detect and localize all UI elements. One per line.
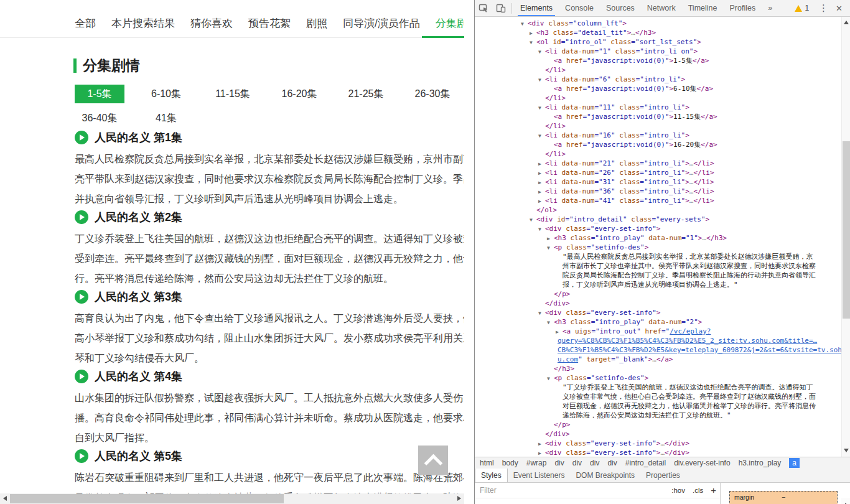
dom-tree-row[interactable]: 州市副市长丁义珍也牵扯其中。侯亮平带队来到赵德汉家搜查，同时他要求汉东检察 <box>475 261 841 271</box>
breadcrumb-item-div.every-set-info[interactable]: div.every-set-info <box>674 459 730 467</box>
range-tab-21-25集[interactable]: 21-25集 <box>341 85 391 103</box>
scroll-up-arrow-icon[interactable] <box>844 21 849 24</box>
margin-top-value[interactable]: − <box>730 493 837 501</box>
expand-arrow-icon[interactable]: ▶ <box>538 439 545 449</box>
range-tab-16-20集[interactable]: 16-20集 <box>274 85 324 103</box>
dom-link-value[interactable]: query=%C8%CB%C3%F1%B5%C4%C3%FB%D2%E5_2_s… <box>558 337 817 345</box>
horizontal-scroll-thumb[interactable] <box>10 494 284 503</box>
devtools-tab-network[interactable]: Network <box>641 1 682 16</box>
device-toolbar-icon[interactable] <box>496 3 506 13</box>
dom-tree-row[interactable]: </ol> <box>475 205 841 215</box>
toggle-hover-state-button[interactable]: :hov <box>671 487 685 494</box>
expand-arrow-icon[interactable]: ▼ <box>547 318 554 327</box>
play-icon[interactable] <box>75 370 88 383</box>
expand-arrow-icon[interactable]: ▶ <box>538 187 545 197</box>
dom-tree-row[interactable]: ▶<li data-num="36" class="intro_li">…</l… <box>475 187 841 196</box>
dom-tree-row[interactable]: u.com" target="_blank">…</a> <box>475 355 841 364</box>
breadcrumb-item-#wrap[interactable]: #wrap <box>526 459 547 467</box>
sidebar-scrollbar[interactable] <box>841 498 850 504</box>
dom-tree-row[interactable]: ▼<div class="every-set-info"> <box>475 224 841 233</box>
nav-tab-全部[interactable]: 全部 <box>75 16 96 30</box>
range-tab-11-15集[interactable]: 11-15集 <box>208 85 258 103</box>
dom-tree-row[interactable]: ▼<div id="intro_detail" class="every-set… <box>475 215 841 224</box>
devtools-tab-»[interactable]: » <box>762 1 778 16</box>
expand-arrow-icon[interactable]: ▶ <box>538 197 545 206</box>
range-tab-6-10集[interactable]: 6-10集 <box>141 85 191 103</box>
expand-arrow-icon[interactable]: ▼ <box>538 225 545 234</box>
scroll-right-arrow-icon[interactable] <box>457 496 461 501</box>
dom-tree-row[interactable]: ▼<ol id="intro_ol" class="sort_lst_sets"… <box>475 37 841 47</box>
devtools-menu-icon[interactable]: ⋮ <box>814 2 833 14</box>
dom-tree-row[interactable]: ▶<li data-num="41" class="intro_li">…</l… <box>475 196 841 205</box>
breadcrumb-item-body[interactable]: body <box>502 459 518 467</box>
dom-tree-scrollbar[interactable] <box>841 17 850 457</box>
breadcrumb-item-a[interactable]: a <box>789 458 800 468</box>
expand-arrow-icon[interactable]: ▼ <box>538 75 545 85</box>
dom-tree-row[interactable]: <a href="javascript:void(0)">16-20集</a> <box>475 140 841 149</box>
nav-tab-同导演/演员作品[interactable]: 同导演/演员作品 <box>343 16 420 30</box>
nav-tab-预告花絮[interactable]: 预告花絮 <box>248 16 291 30</box>
expand-arrow-icon[interactable]: ▶ <box>538 169 545 178</box>
devtools-close-icon[interactable]: ✕ <box>833 4 850 13</box>
dom-tree-row[interactable]: CB%C3%F1%B5%C4%C3%FB%D2%E5&key=teleplay_… <box>475 345 841 355</box>
toggle-class-button[interactable]: .cls <box>693 487 703 494</box>
sidebar-tab-dom-breakpoints[interactable]: DOM Breakpoints <box>570 469 640 482</box>
dom-tree-row[interactable]: 报，丁义珍听到风声后迅速从光明峰项目协调会上逃走。" <box>475 280 841 289</box>
breadcrumb-item-div[interactable]: div <box>607 459 617 467</box>
dom-tree-row[interactable]: ▶<div class="every-set-info">…</div> <box>475 448 841 457</box>
devtools-tab-profiles[interactable]: Profiles <box>723 1 762 16</box>
dom-tree-row[interactable]: 递给陈海，然而公安局这边却无法拦住丁义珍的航班。" <box>475 411 841 420</box>
devtools-tab-sources[interactable]: Sources <box>600 1 641 16</box>
play-icon[interactable] <box>75 290 88 304</box>
dom-tree-row[interactable]: </li> <box>475 121 841 131</box>
dom-scroll-thumb[interactable] <box>843 141 850 319</box>
dom-tree-row[interactable]: ▼<li data-num="6" class="intro_li"> <box>475 75 841 84</box>
dom-tree-row[interactable]: "丁义珍乔装登上飞往美国的航班，赵德汉这边也拒绝配合亮平的调查。达通得知丁 <box>475 383 841 392</box>
page-horizontal-scrollbar[interactable] <box>0 493 464 504</box>
expand-arrow-icon[interactable]: ▼ <box>521 19 528 29</box>
dom-tree-row[interactable]: ▼<div class="every-set-info"> <box>475 308 841 317</box>
dom-tree-row[interactable]: <a href="javascript:void(0)">6-10集</a> <box>475 84 841 93</box>
dom-tree-row[interactable]: query=%C8%CB%C3%F1%B5%C4%C3%FB%D2%E5_2_s… <box>475 336 841 345</box>
breadcrumb-item-html[interactable]: html <box>480 459 494 467</box>
nav-tab-分集剧情[interactable]: 分集剧情 <box>436 16 464 30</box>
scroll-down-arrow-icon[interactable] <box>844 449 849 452</box>
devtools-tab-console[interactable]: Console <box>559 1 600 16</box>
expand-arrow-icon[interactable]: ▶ <box>538 449 545 457</box>
dom-tree-row[interactable]: <a href="javascript:void(0)">1-5集</a> <box>475 56 841 65</box>
dom-tree-row[interactable]: </h3> <box>475 364 841 373</box>
sidebar-tab-properties[interactable]: Properties <box>640 469 686 482</box>
breadcrumb-item-#intro_detail[interactable]: #intro_detail <box>625 459 666 467</box>
dom-tree-row[interactable]: ▶<li data-num="31" class="intro_li">…</l… <box>475 177 841 187</box>
expand-arrow-icon[interactable]: ▼ <box>530 38 536 47</box>
expand-arrow-icon[interactable]: ▶ <box>530 29 536 38</box>
dom-link-value[interactable]: /vc/eplay? <box>670 327 711 335</box>
devtools-tab-elements[interactable]: Elements <box>514 1 559 16</box>
breadcrumb-item-h3.intro_play[interactable]: h3.intro_play <box>739 459 782 467</box>
expand-arrow-icon[interactable]: ▼ <box>547 243 554 253</box>
play-icon[interactable] <box>75 449 88 463</box>
breadcrumb-item-div[interactable]: div <box>554 459 564 467</box>
dom-tree-row[interactable]: ▶<a uigs="intro_out" href="/vc/eplay? <box>475 327 841 336</box>
expand-arrow-icon[interactable]: ▶ <box>538 178 545 187</box>
expand-arrow-icon[interactable]: ▼ <box>538 47 545 57</box>
console-warning-indicator[interactable]: 1 <box>795 4 809 12</box>
dom-tree-row[interactable]: </li> <box>475 149 841 159</box>
box-model-margin[interactable]: margin − <box>729 491 838 504</box>
dom-tree-row[interactable]: ▼<li data-num="16" class="intro_li"> <box>475 131 841 140</box>
inspect-element-icon[interactable] <box>479 3 488 13</box>
range-tab-41集[interactable]: 41集 <box>141 109 191 128</box>
expand-arrow-icon[interactable]: ▶ <box>538 159 545 169</box>
devtools-tab-timeline[interactable]: Timeline <box>682 1 724 16</box>
expand-arrow-icon[interactable]: ▼ <box>538 103 545 113</box>
sidebar-tab-event-listeners[interactable]: Event Listeners <box>508 469 571 482</box>
dom-tree-row[interactable]: ▼<h3 class="intro_play" data-num="2"> <box>475 317 841 327</box>
dom-tree-row[interactable]: 院反贪局局长陈海配合控制丁义珍。季昌明检察长阻止陈海的行动并执意向省领导汇 <box>475 271 841 280</box>
dom-tree-row[interactable]: </p> <box>475 289 841 299</box>
expand-arrow-icon[interactable]: ▼ <box>530 215 536 225</box>
range-tab-36-40集[interactable]: 36-40集 <box>75 109 124 128</box>
expand-arrow-icon[interactable]: ▼ <box>538 131 545 141</box>
range-tab-26-30集[interactable]: 26-30集 <box>408 85 457 103</box>
dom-tree-row[interactable]: ▼<p class="setinfo-des"> <box>475 243 841 252</box>
dom-tree-row[interactable]: ▼<div class="column_lft"> <box>475 19 841 28</box>
